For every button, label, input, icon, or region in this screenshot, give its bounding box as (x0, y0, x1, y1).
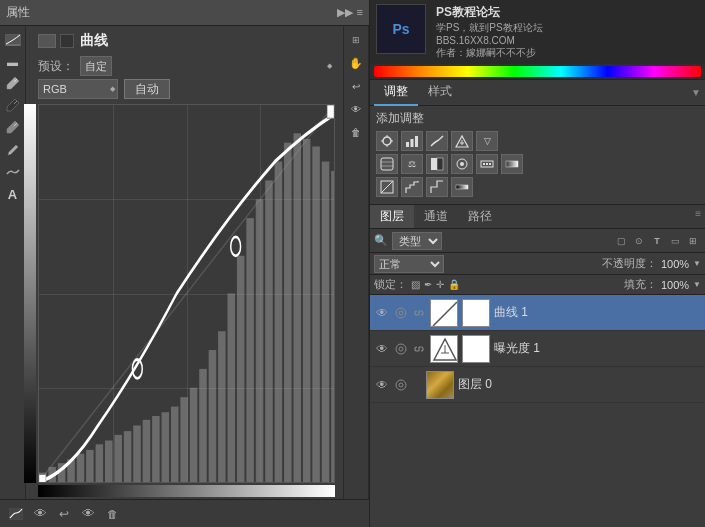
panel-menu-icon[interactable]: ≡ (357, 6, 363, 19)
lock-paint-icon[interactable]: ✒ (424, 279, 432, 290)
curves-bottom-icon1[interactable] (8, 507, 24, 521)
adj-gradmap-icon[interactable] (451, 177, 473, 197)
adj-curves-icon[interactable] (426, 131, 448, 151)
adj-hsl-icon[interactable] (376, 154, 398, 174)
blend-mode-row: 正常 不透明度： 100% ▼ (370, 253, 705, 275)
ps-logo-area: Ps PS教程论坛 学PS，就到PS教程论坛 BBS.16XX8.COM 作者：… (370, 0, 705, 64)
layers-tab-paths[interactable]: 路径 (458, 205, 502, 228)
panel-header-controls: ▶▶ ≡ (337, 6, 363, 19)
layer-vis-exposure[interactable]: 👁 (374, 341, 390, 357)
layer-link-curves[interactable] (394, 306, 408, 320)
svg-rect-86 (483, 163, 485, 165)
fill-dropdown-icon[interactable]: ▼ (693, 280, 701, 289)
undo-icon[interactable]: ↩ (346, 76, 366, 96)
layer-vis-photo[interactable]: 👁 (374, 377, 390, 393)
levels-icon[interactable]: ▬ (3, 52, 23, 72)
ps-logo-text: Ps (392, 22, 409, 36)
panel-expand-icon[interactable]: ▶▶ (337, 6, 353, 19)
adj-posterize-icon[interactable] (401, 177, 423, 197)
layers-tab-channels[interactable]: 通道 (414, 205, 458, 228)
opacity-dropdown-icon[interactable]: ▼ (693, 259, 701, 268)
layer-row-exposure[interactable]: 👁 曝光度 1 (370, 331, 705, 367)
svg-point-67 (383, 137, 391, 145)
layer-thumb-exposure (430, 335, 458, 363)
adj-exposure-icon[interactable] (451, 131, 473, 151)
svg-rect-72 (406, 142, 409, 147)
lock-move-icon[interactable]: ✛ (436, 279, 444, 290)
curve-svg[interactable] (39, 105, 334, 482)
svg-rect-88 (489, 163, 491, 165)
filter-smart-icon[interactable]: ⊞ (685, 233, 701, 249)
curves-title-row: 曲线 (34, 26, 343, 54)
adj-icons-row3 (376, 177, 699, 197)
layers-panel-menu[interactable]: ≡ (691, 205, 705, 228)
lock-icons: ▨ ✒ ✛ 🔒 (411, 279, 460, 290)
tab-style[interactable]: 样式 (418, 79, 462, 106)
layer-chain-exposure[interactable] (412, 342, 426, 356)
opacity-value[interactable]: 100% (661, 258, 689, 270)
layer-link-exposure[interactable] (394, 342, 408, 356)
svg-rect-78 (381, 158, 393, 170)
adj-colorgradient-icon[interactable] (501, 154, 523, 174)
filter-pixel-icon[interactable]: ▢ (613, 233, 629, 249)
eyedropper-icon[interactable] (3, 74, 23, 94)
rainbow-color-bar (374, 66, 701, 77)
filter-text-icon[interactable]: T (649, 233, 665, 249)
layers-tab-layers[interactable]: 图层 (370, 205, 414, 228)
blend-mode-wrapper[interactable]: 正常 (374, 255, 444, 273)
svg-rect-92 (456, 185, 468, 189)
smooth-icon[interactable] (3, 162, 23, 182)
trash-icon[interactable]: 🗑 (346, 122, 366, 142)
svg-rect-65 (327, 105, 334, 118)
fill-label: 填充： (624, 277, 657, 292)
layer-row-photo[interactable]: 👁 图层 0 (370, 367, 705, 403)
tab-adjustment[interactable]: 调整 (374, 79, 418, 106)
curves-bottom-eye[interactable]: 👁 (32, 507, 48, 521)
tab-arrow: ▼ (691, 87, 701, 98)
channel-adjust-icon[interactable]: ⊞ (346, 30, 366, 50)
layers-type-select[interactable]: 类型 (392, 232, 442, 250)
visibility-icon[interactable]: 👁 (346, 99, 366, 119)
svg-point-84 (460, 162, 464, 166)
svg-point-93 (396, 308, 406, 318)
curves-mini-icon (38, 34, 56, 48)
ps-forum-text: PS教程论坛 学PS，就到PS教程论坛 BBS.16XX8.COM 作者：嫁娜嗣… (432, 4, 543, 60)
preset-row: 预设： 自定 (34, 54, 343, 78)
pencil-icon[interactable] (3, 140, 23, 160)
adj-threshold-icon[interactable] (426, 177, 448, 197)
curves-bottom-trash[interactable]: 🗑 (104, 507, 120, 521)
adj-invert-icon[interactable] (376, 177, 398, 197)
opacity-label: 不透明度： (602, 256, 657, 271)
filter-shape-icon[interactable]: ▭ (667, 233, 683, 249)
curves-bottom-undo[interactable]: ↩ (56, 507, 72, 521)
black-eyedropper-icon[interactable] (3, 96, 23, 116)
preset-select-wrapper[interactable]: 自定 (80, 56, 335, 76)
hand-tool-icon[interactable]: ✋ (346, 53, 366, 73)
layer-vis-curves[interactable]: 👁 (374, 305, 390, 321)
filter-adjustment-icon[interactable]: ⊙ (631, 233, 647, 249)
lock-all-icon[interactable]: 🔒 (448, 279, 460, 290)
adj-photofilter-icon[interactable] (451, 154, 473, 174)
layer-row-curves[interactable]: 👁 曲线 1 (370, 295, 705, 331)
layers-type-wrapper[interactable]: 类型 (392, 232, 442, 250)
adj-brightness-icon[interactable] (376, 131, 398, 151)
adj-levels-icon[interactable] (401, 131, 423, 151)
curves-icon[interactable] (3, 30, 23, 50)
channel-select-wrapper[interactable]: RGB (38, 79, 118, 99)
text-tool-icon[interactable]: A (3, 184, 23, 204)
lock-pixels-icon[interactable]: ▨ (411, 279, 420, 290)
channel-select[interactable]: RGB (38, 79, 118, 99)
layer-link-photo[interactable] (394, 378, 408, 392)
blend-mode-select[interactable]: 正常 (374, 255, 444, 273)
fill-value[interactable]: 100% (661, 279, 689, 291)
preset-select[interactable]: 自定 (80, 56, 112, 76)
auto-button[interactable]: 自动 (124, 79, 170, 99)
adj-bw-icon[interactable] (426, 154, 448, 174)
curves-graph[interactable] (38, 104, 335, 483)
curves-bottom-eye2[interactable]: 👁 (80, 507, 96, 521)
adj-channelmixer-icon[interactable] (476, 154, 498, 174)
adj-colorbalance-icon[interactable]: ⚖ (401, 154, 423, 174)
layer-chain-curves[interactable] (412, 306, 426, 320)
grey-eyedropper-icon[interactable] (3, 118, 23, 138)
adj-vibrance-icon[interactable]: ▽ (476, 131, 498, 151)
